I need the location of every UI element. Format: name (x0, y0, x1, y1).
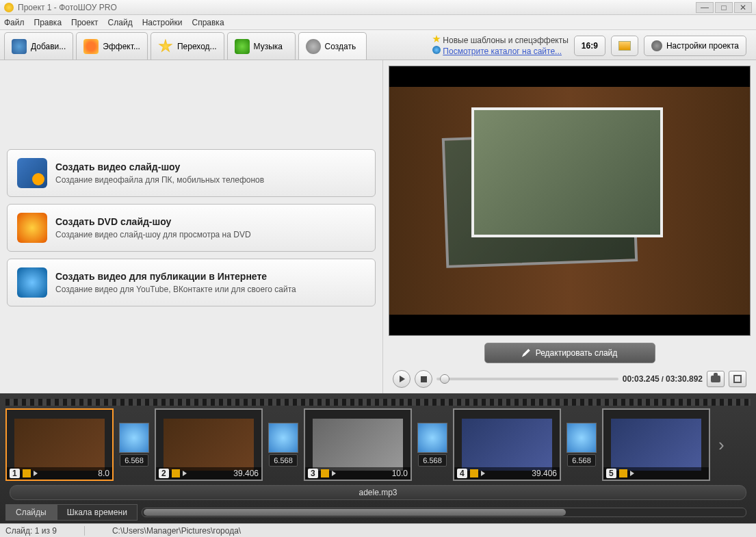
toolbar-right: Новые шаблоны и спецэффекты Посмотрите к… (427, 32, 752, 60)
transition-time[interactable]: 6.568 (418, 454, 447, 467)
slide-5-num: 5 (606, 469, 616, 478)
horizontal-scrollbar[interactable] (142, 508, 746, 517)
audio-track[interactable]: adele.mp3 (10, 485, 746, 500)
timeline-next-button[interactable]: › (716, 434, 727, 456)
catalog-link[interactable]: Посмотрите каталог на сайте... (443, 47, 562, 56)
slide-1[interactable]: 1 8.0 (5, 408, 114, 481)
camera-icon (12, 39, 27, 54)
edit-slide-button[interactable]: Редактировать слайд (484, 343, 655, 363)
menu-slide[interactable]: Слайд (108, 18, 133, 27)
menu-file[interactable]: Файл (4, 18, 25, 27)
edit-icon[interactable] (23, 469, 31, 477)
slide-1-num: 1 (10, 469, 20, 478)
create-video-button[interactable]: Создать видео слайд-шоу Создание видеофа… (7, 149, 376, 197)
slide-3[interactable]: 3 10.0 (304, 408, 412, 481)
view-tabs: Слайды Шкала времени (5, 504, 751, 521)
filmstrip-top (5, 399, 751, 406)
tab-effects-label: Эффект... (103, 42, 140, 51)
status-bar: Слайд: 1 из 9 C:\Users\Manager\Pictures\… (0, 523, 756, 537)
transition-time[interactable]: 6.568 (567, 454, 596, 467)
info-box: Новые шаблоны и спецэффекты Посмотрите к… (432, 35, 569, 57)
edit-slide-label: Редактировать слайд (536, 348, 618, 358)
aspect-ratio-label: 16:9 (582, 41, 598, 51)
transition-1[interactable]: 6.568 (119, 423, 149, 467)
menu-help[interactable]: Справка (192, 18, 224, 27)
edit-icon[interactable] (470, 469, 478, 477)
project-settings-button[interactable]: Настройки проекта (644, 36, 746, 56)
close-button[interactable]: ✕ (734, 2, 752, 13)
audio-filename: adele.mp3 (359, 488, 397, 497)
arrow-icon[interactable] (332, 471, 336, 476)
player-controls: 00:03.245 / 03:30.892 (389, 367, 751, 393)
maximize-button[interactable]: □ (715, 2, 733, 13)
menu-bar: Файл Правка Проект Слайд Настройки Справ… (0, 15, 756, 30)
pencil-icon (522, 349, 530, 357)
stop-button[interactable] (415, 370, 432, 388)
tab-create-label: Создать (325, 42, 356, 51)
transition-thumb[interactable] (566, 423, 597, 453)
slides-row: 1 8.0 6.568 2 39.406 6.568 (5, 408, 751, 481)
tab-music-label: Музыка (254, 42, 283, 51)
scrubber-knob[interactable] (440, 374, 449, 384)
create-web-desc: Создание видео для YouTube, ВКонтакте ил… (55, 285, 296, 294)
camera-small-icon (711, 376, 720, 382)
transition-time[interactable]: 6.568 (269, 454, 298, 467)
slide-2[interactable]: 2 39.406 (155, 408, 263, 481)
transition-3[interactable]: 6.568 (417, 423, 447, 467)
tab-transitions[interactable]: Переход... (151, 32, 224, 60)
create-icon (306, 39, 321, 54)
slide-4-dur: 39.406 (532, 469, 557, 478)
video-icon (17, 158, 47, 188)
scrubber[interactable] (436, 378, 618, 380)
menu-settings[interactable]: Настройки (142, 18, 183, 27)
slide-counter: Слайд: 1 из 9 (5, 526, 57, 536)
scrollbar-thumb[interactable] (144, 509, 566, 516)
create-web-button[interactable]: Создать видео для публикации в Интернете… (7, 259, 376, 306)
slide-5[interactable]: 5 (602, 408, 710, 481)
create-video-title: Создать видео слайд-шоу (55, 161, 264, 172)
tab-add-label: Добави... (31, 42, 66, 51)
arrow-icon[interactable] (183, 471, 187, 476)
transition-4[interactable]: 6.568 (566, 423, 597, 467)
transition-thumb[interactable] (119, 423, 149, 453)
tab-music[interactable]: Музыка (227, 32, 296, 60)
transition-thumb[interactable] (268, 423, 298, 453)
transition-time[interactable]: 6.568 (120, 454, 148, 467)
preview-pane (389, 66, 751, 336)
minimize-button[interactable]: — (696, 2, 714, 13)
create-dvd-button[interactable]: Создать DVD слайд-шоу Создание видео сла… (7, 204, 376, 252)
snapshot-button[interactable] (707, 371, 725, 387)
timecode: 00:03.245 / 03:30.892 (623, 374, 703, 384)
stop-icon (421, 376, 427, 382)
menu-edit[interactable]: Правка (34, 18, 62, 27)
transition-thumb[interactable] (417, 423, 447, 453)
slide-4[interactable]: 4 39.406 (453, 408, 561, 481)
arrow-icon[interactable] (481, 471, 485, 476)
tab-create[interactable]: Создать (298, 32, 367, 60)
menu-project[interactable]: Проект (71, 18, 99, 27)
presentation-button[interactable] (611, 36, 638, 56)
tab-add[interactable]: Добави... (4, 32, 73, 60)
templates-label: Новые шаблоны и спецэффекты (443, 36, 569, 45)
transition-2[interactable]: 6.568 (268, 423, 298, 467)
edit-icon[interactable] (172, 469, 180, 477)
tab-effects[interactable]: Эффект... (76, 32, 148, 60)
play-icon (400, 376, 405, 382)
star-mini-icon (432, 35, 441, 43)
view-slides-tab[interactable]: Слайды (5, 504, 57, 521)
create-web-title: Создать видео для публикации в Интернете (55, 271, 296, 282)
slide-3-num: 3 (308, 469, 318, 478)
fullscreen-button[interactable] (729, 371, 746, 387)
music-icon (235, 39, 250, 54)
play-button[interactable] (393, 370, 410, 388)
arrow-icon[interactable] (34, 471, 38, 476)
arrow-icon[interactable] (630, 471, 634, 476)
aspect-ratio-button[interactable]: 16:9 (574, 36, 605, 56)
toolbar: Добави... Эффект... Переход... Музыка Со… (0, 30, 756, 60)
right-panel: Редактировать слайд 00:03.245 / 03:30.89… (383, 60, 756, 393)
slide-3-dur: 10.0 (392, 469, 408, 478)
slide-2-dur: 39.406 (233, 469, 259, 478)
edit-icon[interactable] (321, 469, 329, 477)
edit-icon[interactable] (619, 469, 627, 477)
view-timeline-tab[interactable]: Шкала времени (57, 504, 138, 521)
